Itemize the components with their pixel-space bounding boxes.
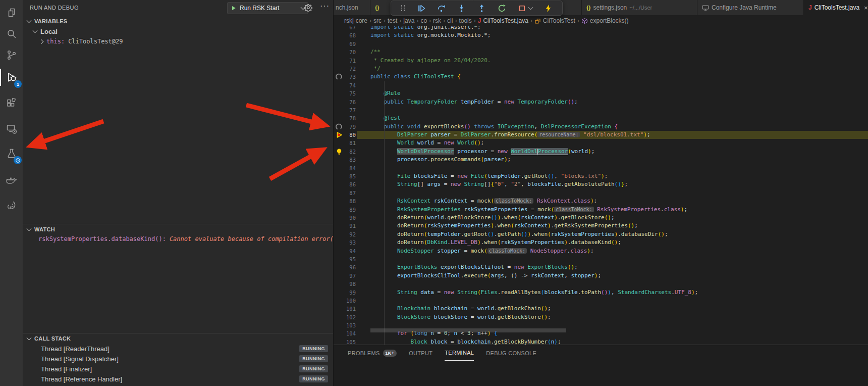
code-line-72[interactable]: 72 */ <box>334 65 868 73</box>
panel-tab-problems[interactable]: PROBLEMS1K+ <box>348 346 397 361</box>
breadcrumb-segment[interactable]: tools <box>459 17 471 24</box>
more-actions-icon[interactable]: ··· <box>320 2 330 11</box>
panel-tab-terminal[interactable]: TERMINAL <box>445 345 474 361</box>
activity-bar-item-run-and-debug[interactable]: 1 <box>0 67 23 88</box>
panel-tab-bar: PROBLEMS1K+OUTPUTTERMINALDEBUG CONSOLE <box>334 345 868 361</box>
code-line-79[interactable]: 79 public void exportBlocks() throws IOE… <box>334 123 868 131</box>
line-text: processor.processCommands(parser); <box>370 156 868 164</box>
launch-config-select[interactable]: Run RSK Start <box>227 2 308 14</box>
panel-tab-output[interactable]: OUTPUT <box>409 346 432 361</box>
call-stack-thread-list: Thread [ReaderThread]RUNNINGThread [Sign… <box>23 344 333 384</box>
code-area[interactable]: 67import static org.junit.Assert.*;68imp… <box>334 23 868 345</box>
gripper-handle[interactable] <box>401 5 405 11</box>
code-line-86[interactable]: 86 String[] args = new String[]{"0", "2"… <box>334 180 868 188</box>
breadcrumb-segment[interactable]: test <box>388 17 397 24</box>
panel-tab-debug-console[interactable]: DEBUG CONSOLE <box>486 346 536 361</box>
breadcrumb-segment[interactable]: src <box>373 17 382 24</box>
code-line-84[interactable]: 84 <box>334 164 868 172</box>
breadcrumb-segment[interactable]: cli <box>447 17 453 24</box>
breadcrumb-segment[interactable]: java <box>403 17 414 24</box>
code-line-77[interactable]: 77 <box>334 106 868 114</box>
line-number: 72 <box>338 65 356 73</box>
line-text: exportBlocksCliTool.execute(args, () -> … <box>370 272 868 280</box>
code-line-76[interactable]: 76 public TemporaryFolder tempFolder = n… <box>334 98 868 106</box>
code-line-93[interactable]: 93 doReturn(DbKind.LEVEL_DB).when(rskSys… <box>334 238 868 247</box>
breadcrumb-file[interactable]: CliToolsTest.java <box>483 17 528 24</box>
step-into-button[interactable] <box>457 4 466 13</box>
breadcrumb-segment[interactable]: rskj-core <box>344 17 367 24</box>
line-number: 68 <box>338 31 356 39</box>
thread-status-badge: RUNNING <box>299 345 328 352</box>
code-line-73[interactable]: 73public class CliToolsTest { <box>334 73 868 81</box>
code-line-78[interactable]: 78 @Test <box>334 114 868 122</box>
variables-scope-local[interactable]: Local <box>23 26 333 36</box>
variable-this[interactable]: this: CliToolsTest@29 <box>23 36 333 46</box>
activity-bar-item-test-beaker[interactable] <box>0 143 23 164</box>
code-line-71[interactable]: 71 * Created by ajlopez on 26/04/2020. <box>334 57 868 65</box>
code-line-97[interactable]: 97 exportBlocksCliTool.execute(args, () … <box>334 272 868 280</box>
code-line-81[interactable]: 81 World world = new World(); <box>334 139 868 147</box>
close-icon[interactable]: × <box>864 4 868 12</box>
debug-start-icon[interactable] <box>231 5 237 11</box>
hot-code-replace-button[interactable] <box>544 4 553 13</box>
activity-bar-item-search[interactable] <box>0 23 23 44</box>
activity-bar-item-extensions[interactable] <box>0 92 23 114</box>
code-line-85[interactable]: 85 File blocksFile = new File(tempFolder… <box>334 172 868 180</box>
code-line-100[interactable]: 100 <box>334 297 868 305</box>
step-out-button[interactable] <box>477 4 486 13</box>
activity-bar-item-remote-explorer[interactable] <box>0 118 23 139</box>
code-line-75[interactable]: 75 @Rule <box>334 89 868 98</box>
code-line-96[interactable]: 96 ExportBlocks exportBlocksCliTool = ne… <box>334 263 868 271</box>
code-line-83[interactable]: 83 processor.processCommands(parser); <box>334 156 868 164</box>
code-line-69[interactable]: 69 <box>334 40 868 48</box>
editor-tab-nch.json[interactable]: nch.json <box>334 0 370 15</box>
breadcrumb-segment[interactable]: co <box>420 17 427 24</box>
call-stack-thread[interactable]: Thread [ReaderThread]RUNNING <box>23 344 333 354</box>
activity-bar-item-files[interactable] <box>0 2 23 23</box>
activity-bar-item-gradle[interactable] <box>0 195 23 216</box>
activity-bar-item-source-control[interactable] <box>0 44 23 66</box>
code-line-87[interactable]: 87 <box>334 189 868 197</box>
code-line-94[interactable]: 94 NodeStopper stopper = mock(classToMoc… <box>334 247 868 255</box>
code-line-98[interactable]: 98 <box>334 280 868 288</box>
debug-settings-gear-icon[interactable] <box>304 4 312 13</box>
code-line-70[interactable]: 70/** <box>334 48 868 56</box>
code-line-74[interactable]: 74 <box>334 81 868 89</box>
horizontal-scrollbar[interactable] <box>370 328 566 332</box>
gripper-icon <box>401 5 405 11</box>
watch-expression-row[interactable]: rskSystemProperties.databaseKind(): Cann… <box>23 234 333 244</box>
line-number: 98 <box>338 280 356 288</box>
clock-badge <box>14 156 22 164</box>
stop-button[interactable] <box>518 4 532 13</box>
call-stack-thread[interactable]: Thread [Finalizer]RUNNING <box>23 364 333 374</box>
code-line-88[interactable]: 88 RskContext rskContext = mock(classToM… <box>334 197 868 205</box>
code-line-95[interactable]: 95 <box>334 255 868 263</box>
code-line-90[interactable]: 90 doReturn(world.getBlockStore()).when(… <box>334 214 868 222</box>
code-line-101[interactable]: 101 Blockchain blockchain = world.getBlo… <box>334 305 868 313</box>
code-line-99[interactable]: 99 String data = new String(Files.readAl… <box>334 288 868 297</box>
call-stack-section-header[interactable]: CALL STACK <box>23 333 333 344</box>
code-line-80[interactable]: 80 DslParser parser = DslParser.fromReso… <box>334 131 868 139</box>
code-line-82[interactable]: 82 WorldDslProcessor processor = new Wor… <box>334 148 868 156</box>
call-stack-thread[interactable]: Thread [Reference Handler]RUNNING <box>23 374 333 384</box>
code-line-68[interactable]: 68import static org.mockito.Mockito.*; <box>334 31 868 39</box>
editor-tab-Configure Java Runtime[interactable]: Configure Java Runtime <box>697 0 804 15</box>
code-line-105[interactable]: 105 Block block = blockchain.getBlockByN… <box>334 338 868 345</box>
code-line-89[interactable]: 89 RskSystemProperties rskSystemProperti… <box>334 206 868 214</box>
code-line-92[interactable]: 92 doReturn(tempFolder.getRoot().getPath… <box>334 230 868 238</box>
editor-tab-settings.json[interactable]: {}settings.json~/.../User <box>582 0 697 15</box>
breadcrumb-symbol[interactable]: CliToolsTest <box>543 17 575 24</box>
breadcrumb-symbol[interactable]: exportBlocks() <box>590 17 629 24</box>
activity-bar-item-docker[interactable] <box>0 169 23 190</box>
continue-button[interactable] <box>417 4 425 13</box>
restart-button[interactable] <box>498 4 506 13</box>
code-line-91[interactable]: 91 doReturn(rskSystemProperties).when(rs… <box>334 222 868 230</box>
step-over-button[interactable] <box>437 4 446 13</box>
code-line-102[interactable]: 102 BlockStore blockStore = world.getBlo… <box>334 313 868 321</box>
variables-section-header[interactable]: VARIABLES <box>23 16 333 26</box>
editor-tab-CliToolsTest.java[interactable]: JCliToolsTest.java× <box>804 0 868 15</box>
breadcrumb-separator: › <box>443 17 445 24</box>
breadcrumb-segment[interactable]: rsk <box>433 17 441 24</box>
call-stack-thread[interactable]: Thread [Signal Dispatcher]RUNNING <box>23 354 333 364</box>
watch-section-header[interactable]: WATCH <box>23 224 333 234</box>
